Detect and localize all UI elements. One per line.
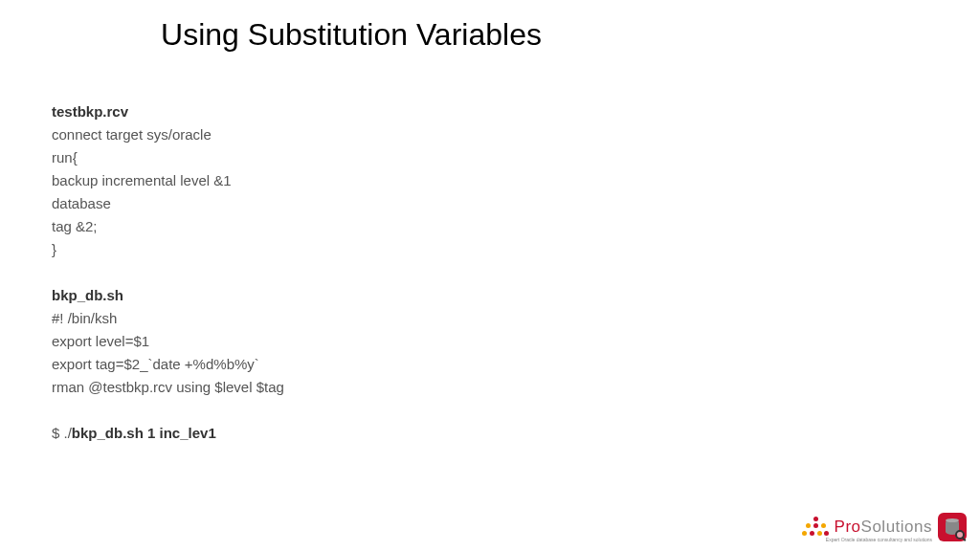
code-line: export tag=$2_`date +%d%b%y` [52,353,980,376]
command-prefix: $ ./ [52,425,72,441]
logo-tagline: Expert Oracle database consultancy and s… [826,537,932,542]
logo-text-wrap: ProSolutions Expert Oracle database cons… [835,518,932,537]
code-line: tag &2; [52,215,980,238]
code-line: export level=$1 [52,330,980,353]
filename-1: testbkp.rcv [52,100,980,123]
logo-text-solutions: Solutions [861,518,932,536]
logo-dots-icon [802,514,829,540]
filename-2: bkp_db.sh [52,284,980,307]
slide-title: Using Substitution Variables [0,0,980,53]
code-line: rman @testbkp.rcv using $level $tag [52,376,980,399]
code-line: database [52,192,980,215]
code-line: backup incremental level &1 [52,169,980,192]
slide-content: testbkp.rcv connect target sys/oracle ru… [0,53,980,445]
command-text: bkp_db.sh 1 inc_lev1 [72,425,216,441]
command-line: $ ./bkp_db.sh 1 inc_lev1 [52,422,980,445]
code-line: #! /bin/ksh [52,307,980,330]
code-line: connect target sys/oracle [52,123,980,146]
brand-logo: ProSolutions Expert Oracle database cons… [802,513,967,541]
code-line: run{ [52,146,980,169]
database-search-icon [938,513,967,541]
logo-text-pro: Pro [835,518,861,536]
logo-text: ProSolutions [835,518,932,536]
code-line: } [52,238,980,261]
